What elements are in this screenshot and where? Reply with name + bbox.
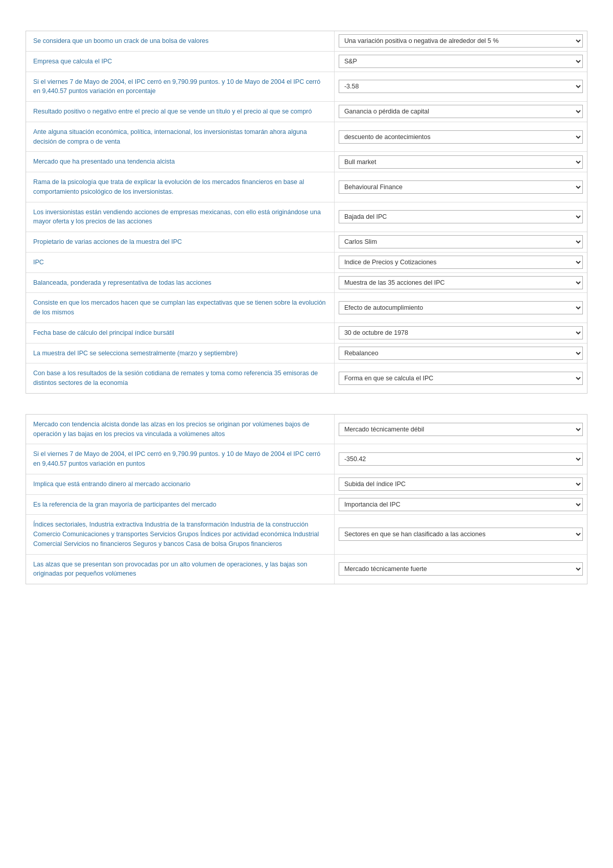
question-cell: Implica que está entrando dinero al merc… [26,474,335,494]
table-row: Fecha base de cálculo del principal índi… [26,323,587,344]
question-cell: Si el viernes 7 de Mayo de 2004, el IPC … [26,444,335,474]
table-row: La muestra del IPC se selecciona semestr… [26,344,587,364]
table-row: Índices sectoriales, Industria extractiv… [26,515,587,554]
table-row: Es la referencia de la gran mayoría de p… [26,495,587,515]
question-cell: IPC [26,253,335,272]
question-cell: Mercado que ha presentado una tendencia … [26,152,335,172]
answer-select[interactable]: S&P [339,55,583,68]
question-cell: Consiste en que los mercados hacen que s… [26,293,335,323]
table-row: Balanceada, ponderada y representativa d… [26,273,587,293]
answer-select[interactable]: Mercado técnicamente débil [339,423,583,436]
answer-select[interactable]: Ganancia o pérdida de capital [339,105,583,118]
table-row: Los inversionistas están vendiendo accio… [26,202,587,233]
answer-cell: S&P [335,52,587,72]
table-row: Resultado positivo o negativo entre el p… [26,102,587,122]
table-row: Rama de la psicología que trata de expli… [26,172,587,202]
question-cell: Rama de la psicología que trata de expli… [26,172,335,202]
question-cell: Resultado positivo o negativo entre el p… [26,102,335,122]
question-cell: Los inversionistas están vendiendo accio… [26,202,335,232]
answer-select[interactable]: Importancia del IPC [339,498,583,511]
table-row: Mercado con tendencia alcista donde las … [26,415,587,445]
answer-cell: Bajada del IPC [335,202,587,232]
question-cell: Balanceada, ponderada y representativa d… [26,273,335,293]
question-cell: La muestra del IPC se selecciona semestr… [26,344,335,363]
answer-cell: Sectores en que se han clasificado a las… [335,515,587,554]
answer-cell: -3.58 [335,72,587,102]
table-row: Propietario de varias acciones de la mue… [26,232,587,253]
answer-select[interactable]: Una variación positiva o negativa de alr… [339,34,583,48]
answer-cell: Rebalanceo [335,344,587,363]
quiz-container: Se considera que un boomo un crack de un… [26,31,587,584]
table-row: IPCIndice de Precios y Cotizaciones [26,253,587,273]
answer-cell: Bull market [335,152,587,172]
table-row: Las alzas que se presentan son provocada… [26,555,587,584]
answer-cell: Carlos Slim [335,232,587,252]
table-row: Con base a los resultados de la sesión c… [26,363,587,393]
answer-select[interactable]: Behavioural Finance [339,180,583,194]
table-row: Mercado que ha presentado una tendencia … [26,152,587,172]
question-cell: Fecha base de cálculo del principal índi… [26,323,335,343]
answer-select[interactable]: Efecto de autocumplimiento [339,301,583,314]
answer-select[interactable]: Indice de Precios y Cotizaciones [339,256,583,269]
answer-select[interactable]: Rebalanceo [339,347,583,360]
answer-select[interactable]: Subida del índice IPC [339,477,583,491]
answer-cell: Subida del índice IPC [335,474,587,494]
answer-select[interactable]: -350.42 [339,452,583,466]
question-cell: Propietario de varias acciones de la mue… [26,232,335,252]
answer-select[interactable]: descuento de acontecimientos [339,130,583,144]
answer-cell: Una variación positiva o negativa de alr… [335,31,587,51]
answer-select[interactable]: Carlos Slim [339,235,583,248]
section-2: Mercado con tendencia alcista donde las … [26,414,587,584]
answer-cell: Mercado técnicamente débil [335,415,587,444]
table-row: Consiste en que los mercados hacen que s… [26,293,587,323]
answer-cell: Muestra de las 35 acciones del IPC [335,273,587,293]
answer-select[interactable]: Bull market [339,155,583,169]
question-cell: Con base a los resultados de la sesión c… [26,363,335,393]
section-1: Se considera que un boomo un crack de un… [26,31,587,394]
answer-select[interactable]: Muestra de las 35 acciones del IPC [339,276,583,289]
table-row: Si el viernes 7 de Mayo de 2004, el IPC … [26,444,587,474]
answer-select[interactable]: Mercado técnicamente fuerte [339,562,583,576]
answer-select[interactable]: Bajada del IPC [339,210,583,223]
table-row: Si el viernes 7 de Mayo de 2004, el IPC … [26,72,587,102]
question-cell: Mercado con tendencia alcista donde las … [26,415,335,444]
question-cell: Se considera que un boomo un crack de un… [26,31,335,51]
answer-select[interactable]: -3.58 [339,80,583,93]
answer-cell: 30 de octubre de 1978 [335,323,587,343]
question-cell: Las alzas que se presentan son provocada… [26,555,335,584]
answer-select[interactable]: 30 de octubre de 1978 [339,326,583,339]
table-row: Implica que está entrando dinero al merc… [26,474,587,495]
question-cell: Es la referencia de la gran mayoría de p… [26,495,335,515]
answer-cell: -350.42 [335,444,587,474]
table-row: Empresa que calcula el IPCS&P [26,52,587,72]
question-cell: Empresa que calcula el IPC [26,52,335,72]
answer-select[interactable]: Forma en que se calcula el IPC [339,372,583,385]
answer-cell: Behavioural Finance [335,172,587,202]
table-row: Ante alguna situación económica, polític… [26,122,587,152]
question-cell: Ante alguna situación económica, polític… [26,122,335,152]
question-cell: Índices sectoriales, Industria extractiv… [26,515,335,554]
table-row: Se considera que un boomo un crack de un… [26,31,587,52]
answer-cell: Ganancia o pérdida de capital [335,102,587,122]
question-cell: Si el viernes 7 de Mayo de 2004, el IPC … [26,72,335,102]
answer-cell: Indice de Precios y Cotizaciones [335,253,587,272]
answer-cell: Importancia del IPC [335,495,587,515]
answer-select[interactable]: Sectores en que se han clasificado a las… [339,528,583,541]
answer-cell: Mercado técnicamente fuerte [335,555,587,584]
answer-cell: descuento de acontecimientos [335,122,587,152]
answer-cell: Efecto de autocumplimiento [335,293,587,323]
answer-cell: Forma en que se calcula el IPC [335,363,587,393]
